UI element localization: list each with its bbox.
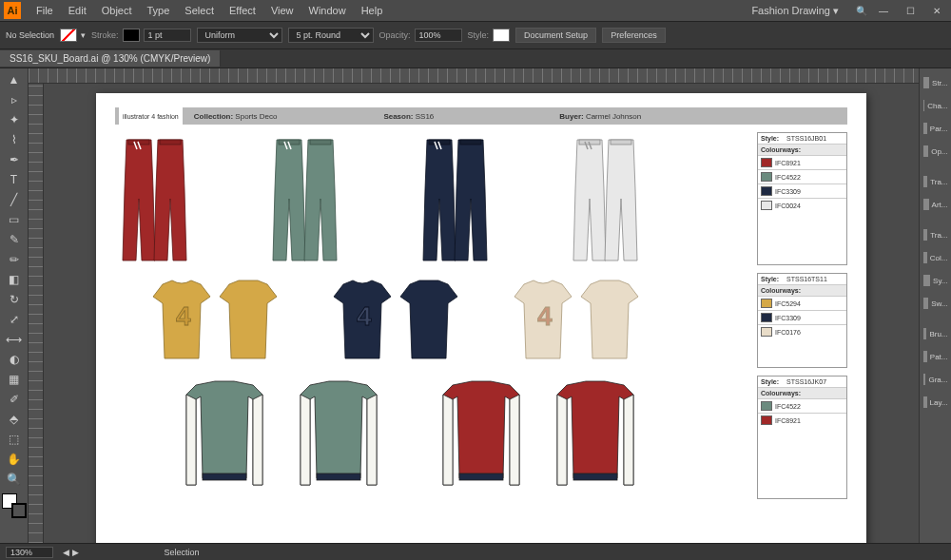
panel-layers[interactable]: Lay... xyxy=(922,392,950,413)
selection-status: No Selection xyxy=(6,30,54,40)
document-tabs: SS16_SKU_Board.ai @ 130% (CMYK/Preview) xyxy=(0,49,951,68)
section-jackets: Style: STSS16JK07 Colourways: IFC4522 IF… xyxy=(115,376,847,499)
panels-dock: Str... Cha... Par... Op... Tra... Art...… xyxy=(919,68,951,543)
panel-brushes[interactable]: Bru... xyxy=(922,323,950,344)
doc-logo: illustrator 4 fashion xyxy=(119,107,183,125)
section-tshirts: 4 4 4 Style: STSS16TS11 Colourways: IFC5… xyxy=(115,273,847,368)
line-tool[interactable]: ╱ xyxy=(3,190,26,209)
minimize-button[interactable]: — xyxy=(873,4,894,17)
lasso-tool[interactable]: ⌇ xyxy=(3,130,26,149)
svg-rect-5 xyxy=(460,140,481,145)
gradient-tool[interactable]: ▦ xyxy=(3,370,26,389)
direct-selection-tool[interactable]: ▹ xyxy=(3,90,26,109)
info-box-pants: Style: STSS16JB01 Colourways: IFC8921 IF… xyxy=(757,132,847,265)
maximize-button[interactable]: ☐ xyxy=(900,4,921,17)
menu-select[interactable]: Select xyxy=(177,5,222,16)
panel-character[interactable]: Cha... xyxy=(922,95,950,116)
pen-tool[interactable]: ✒ xyxy=(3,150,26,169)
preferences-button[interactable]: Preferences xyxy=(602,28,666,43)
paintbrush-tool[interactable]: ✎ xyxy=(3,230,26,249)
panel-color[interactable]: Col... xyxy=(922,247,950,268)
workspace-switcher[interactable]: Fashion Drawing ▾ xyxy=(740,5,850,17)
rectangle-tool[interactable]: ▭ xyxy=(3,210,26,229)
artboard-tool[interactable]: ⬚ xyxy=(3,430,26,449)
svg-text:4: 4 xyxy=(176,301,191,331)
panel-opacity[interactable]: Op... xyxy=(922,141,950,162)
menu-help[interactable]: Help xyxy=(354,5,391,16)
tools-panel: ▲ ▹ ✦ ⌇ ✒ T ╱ ▭ ✎ ✏ ◧ ↻ ⤢ ⟷ ◐ ▦ ✐ ⬘ ⬚ ✋ … xyxy=(0,68,29,543)
svg-rect-12 xyxy=(317,473,360,480)
fill-stroke-control[interactable] xyxy=(2,493,27,518)
pants-red xyxy=(115,132,258,265)
app-logo: Ai xyxy=(4,2,21,19)
menu-edit[interactable]: Edit xyxy=(61,5,94,16)
ruler-vertical[interactable] xyxy=(29,84,44,543)
svg-rect-3 xyxy=(310,140,331,145)
hand-tool[interactable]: ✋ xyxy=(3,450,26,469)
panel-pathfinder[interactable]: Pat... xyxy=(922,346,950,367)
panel-stroke[interactable]: Str... xyxy=(922,72,950,93)
tshirt-navy: 4 xyxy=(324,273,476,368)
panel-gradient[interactable]: Gra... xyxy=(922,369,950,390)
panel-transform[interactable]: Tra... xyxy=(922,171,950,192)
eraser-tool[interactable]: ◧ xyxy=(3,270,26,289)
jacket-teal xyxy=(163,376,400,499)
svg-rect-7 xyxy=(611,140,631,145)
panel-symbols[interactable]: Sy... xyxy=(922,270,950,291)
fill-swatch[interactable] xyxy=(60,29,77,42)
menu-window[interactable]: Window xyxy=(301,5,354,16)
blend-tool[interactable]: ⬘ xyxy=(3,410,26,429)
scale-tool[interactable]: ⤢ xyxy=(3,310,26,329)
pants-navy xyxy=(416,132,558,265)
status-mode: Selection xyxy=(165,548,200,557)
ruler-horizontal[interactable] xyxy=(29,68,919,84)
zoom-input[interactable] xyxy=(6,547,53,558)
panel-paragraph[interactable]: Par... xyxy=(922,118,950,139)
rotate-tool[interactable]: ↻ xyxy=(3,290,26,309)
stroke-weight-input[interactable] xyxy=(144,29,191,42)
selection-tool[interactable]: ▲ xyxy=(3,70,26,89)
tshirt-mustard: 4 xyxy=(144,273,296,368)
menu-type[interactable]: Type xyxy=(140,5,178,16)
svg-rect-13 xyxy=(459,473,503,480)
zoom-tool[interactable]: 🔍 xyxy=(3,470,26,489)
type-tool[interactable]: T xyxy=(3,170,26,189)
svg-rect-11 xyxy=(203,473,246,480)
shape-builder-tool[interactable]: ◐ xyxy=(3,350,26,369)
magic-wand-tool[interactable]: ✦ xyxy=(3,110,26,129)
control-bar: No Selection ▾ Stroke: Uniform 5 pt. Rou… xyxy=(0,21,951,49)
style-swatch[interactable] xyxy=(493,29,510,42)
pencil-tool[interactable]: ✏ xyxy=(3,250,26,269)
artboard[interactable]: illustrator 4 fashion Collection: Sports… xyxy=(96,93,866,543)
section-pants: Style: STSS16JB01 Colourways: IFC8921 IF… xyxy=(115,132,847,265)
stroke-swatch[interactable] xyxy=(123,29,140,42)
opacity-input[interactable] xyxy=(415,29,462,42)
close-button[interactable]: ✕ xyxy=(926,4,947,17)
nav-controls[interactable]: ◀ ▶ xyxy=(63,548,79,557)
menu-file[interactable]: File xyxy=(29,5,61,16)
doc-header: illustrator 4 fashion Collection: Sports… xyxy=(115,107,847,125)
svg-rect-1 xyxy=(160,140,181,145)
panel-artboards[interactable]: Art... xyxy=(922,194,950,215)
tshirt-cream: 4 xyxy=(505,273,657,368)
document-setup-button[interactable]: Document Setup xyxy=(515,28,596,43)
menu-object[interactable]: Object xyxy=(94,5,140,16)
width-tool[interactable]: ⟷ xyxy=(3,330,26,349)
search-icon[interactable]: 🔍 xyxy=(856,6,867,16)
opacity-label: Opacity: xyxy=(379,30,411,40)
stroke-profile-select[interactable]: Uniform xyxy=(197,28,282,43)
canvas-scroll[interactable]: illustrator 4 fashion Collection: Sports… xyxy=(44,84,919,543)
eyedropper-tool[interactable]: ✐ xyxy=(3,390,26,409)
menu-effect[interactable]: Effect xyxy=(222,5,263,16)
status-bar: ◀ ▶ Selection xyxy=(0,543,951,560)
document-tab[interactable]: SS16_SKU_Board.ai @ 130% (CMYK/Preview) xyxy=(0,50,221,67)
info-box-jackets: Style: STSS16JK07 Colourways: IFC4522 IF… xyxy=(757,376,847,499)
canvas-area: illustrator 4 fashion Collection: Sports… xyxy=(29,68,919,543)
menu-view[interactable]: View xyxy=(263,5,301,16)
panel-transparency[interactable]: Tra... xyxy=(922,224,950,245)
stroke-label: Stroke: xyxy=(91,30,119,40)
pants-grey xyxy=(566,132,708,265)
panel-swatches[interactable]: Sw... xyxy=(922,293,950,314)
menu-bar: Ai File Edit Object Type Select Effect V… xyxy=(0,0,951,21)
brush-select[interactable]: 5 pt. Round xyxy=(288,28,374,43)
